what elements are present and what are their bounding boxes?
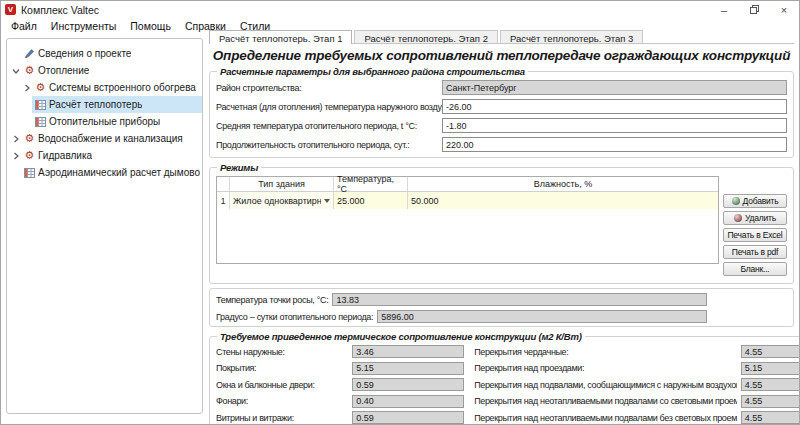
tab-stage-1[interactable]: Расчёт теплопотерь. Этап 1 (209, 30, 352, 44)
over-unheated-basements-unlit-field: 4.55 (741, 411, 800, 424)
add-icon (732, 197, 740, 205)
sidebar-item-label: Отопление (38, 65, 89, 76)
close-button[interactable]: × (769, 1, 799, 18)
valtec-logo-icon: V (5, 4, 16, 15)
results-box: Температура точки росы, °C: 13.83 Градус… (209, 288, 794, 327)
dew-point-field: 13.83 (332, 293, 707, 306)
tab-pane-stage-1: Определение требуемых сопротивлений тепл… (209, 43, 794, 425)
over-passages-field: 5.15 (741, 362, 800, 375)
shopwindows-field: 0.59 (352, 411, 464, 424)
modes-groupbox: Режимы Тип здания Температура, °C Влажно… (209, 162, 794, 284)
building-type-combo[interactable]: Жилое одноквартирное (230, 192, 334, 209)
table-icon (34, 100, 47, 110)
tab-stage-2[interactable]: Расчёт теплопотерь. Этап 2 (354, 30, 497, 44)
blank-button[interactable]: Бланк... (723, 262, 787, 276)
sidebar-item-label: Гидравлика (38, 150, 92, 161)
chevron-right-icon[interactable] (11, 135, 21, 143)
period-duration-label: Продолжительность отопительного периода,… (216, 140, 442, 150)
avg-period-temp-field[interactable]: -1.80 (442, 118, 787, 133)
gear-icon: ⚙ (34, 82, 47, 93)
app-window: V Комплекс Valtec – × Файл Инструменты П… (0, 0, 800, 425)
attic-floors-field: 4.55 (741, 345, 800, 358)
chevron-down-icon[interactable] (11, 67, 21, 75)
humidity-cell[interactable]: 50.000 (408, 192, 718, 209)
table-icon (23, 168, 36, 178)
menu-help[interactable]: Помощь (123, 20, 178, 32)
pen-icon (23, 48, 36, 59)
col-humidity: Влажность, % (408, 177, 718, 191)
params-section-title: Расчетные параметры для выбранного район… (217, 66, 528, 77)
modes-table: Тип здания Температура, °C Влажность, % … (216, 176, 719, 264)
print-pdf-button[interactable]: Печать в pdf (723, 245, 787, 259)
table-row: 1 Жилое одноквартирное 25.000 50.000 (217, 192, 718, 209)
menu-tools[interactable]: Инструменты (44, 20, 123, 32)
project-tree: Сведения о проекте ⚙ Отопление ⚙ Сис (6, 38, 203, 414)
resistance-section-title: Требуемое приведенное термическое сопрот… (217, 331, 585, 342)
modes-table-header: Тип здания Температура, °C Влажность, % (217, 177, 718, 192)
sidebar-item-project-info[interactable]: Сведения о проекте (7, 45, 202, 62)
over-passages-label: Перекрытия над проездами: (474, 363, 737, 373)
restore-button[interactable] (739, 1, 769, 18)
tab-bar: Расчёт теплопотерь. Этап 1 Расчёт теплоп… (209, 30, 794, 44)
restore-icon (750, 5, 759, 14)
window-title: Комплекс Valtec (21, 4, 99, 16)
chevron-right-icon[interactable] (11, 152, 21, 160)
outer-walls-field: 3.46 (352, 345, 464, 358)
col-temperature: Температура, °C (334, 177, 408, 191)
print-excel-button[interactable]: Печать в Excel (723, 228, 787, 242)
sidebar-item-label: Расчёт теплопотерь (49, 99, 142, 110)
shopwindows-label: Витрины и витражи: (216, 413, 348, 423)
resistance-groupbox: Требуемое приведенное термическое сопрот… (209, 331, 800, 425)
over-vented-basements-label: Перекрытия над подвалами, сообщающимися … (474, 380, 737, 390)
construction-region-field: Санкт-Петербург (442, 80, 787, 95)
sidebar-item-hydraulics[interactable]: ⚙ Гидравлика (7, 147, 202, 164)
attic-floors-label: Перекрытия чердачные: (474, 347, 737, 357)
sidebar-item-heating-devices[interactable]: Отопительные приборы (7, 113, 202, 130)
chevron-right-icon[interactable] (22, 84, 32, 92)
gear-icon: ⚙ (23, 150, 36, 161)
table-icon (34, 117, 47, 127)
delete-icon (734, 214, 742, 222)
construction-region-label: Район строительства: (216, 83, 442, 93)
sidebar-item-heat-loss-calc[interactable]: Расчёт теплопотерь (7, 96, 202, 113)
skylights-label: Фонари: (216, 396, 348, 406)
sidebar-item-label: Аэродинамический расчет дымовой трубы (38, 167, 200, 178)
sidebar-item-water-supply[interactable]: ⚙ Водоснабжение и канализация (7, 130, 202, 147)
dew-point-label: Температура точки росы, °C: (216, 295, 328, 305)
modes-section-title: Режимы (217, 162, 261, 173)
combo-arrow-icon (324, 199, 330, 203)
tab-stage-3[interactable]: Расчёт теплопотерь. Этап 3 (500, 30, 643, 44)
over-unheated-basements-lit-field: 4.55 (741, 395, 800, 408)
params-groupbox: Расчетные параметры для выбранного район… (209, 66, 794, 158)
delete-button[interactable]: Удалить (723, 211, 787, 225)
row-number: 1 (217, 192, 230, 209)
menu-file[interactable]: Файл (4, 20, 44, 32)
over-unheated-basements-lit-label: Перекрытия над неотапливаемыми подвалами… (474, 396, 737, 406)
col-building-type: Тип здания (230, 177, 334, 191)
over-unheated-basements-unlit-label: Перекрытия над неотапливаемыми подвалами… (474, 413, 737, 423)
coverings-label: Покрытия: (216, 363, 348, 373)
outdoor-temp-field[interactable]: -26.00 (442, 99, 787, 114)
temperature-cell[interactable]: 25.000 (334, 192, 408, 209)
over-vented-basements-field: 4.55 (741, 378, 800, 391)
windows-balcony-doors-field: 0.59 (352, 378, 464, 391)
outer-walls-label: Стены наружные: (216, 347, 348, 357)
sidebar-item-label: Сведения о проекте (38, 48, 131, 59)
add-button[interactable]: Добавить (723, 194, 787, 208)
gear-icon: ⚙ (23, 133, 36, 144)
outdoor-temp-label: Расчетная (для отопления) температура на… (216, 102, 442, 112)
page-title: Определение требуемых сопротивлений тепл… (209, 48, 794, 63)
avg-period-temp-label: Средняя температура отопительного период… (216, 121, 442, 131)
period-duration-field[interactable]: 220.00 (442, 137, 787, 152)
windows-balcony-doors-label: Окна и балконные двери: (216, 380, 348, 390)
minimize-button[interactable]: – (709, 1, 739, 18)
skylights-field: 0.40 (352, 395, 464, 408)
sidebar-item-label: Водоснабжение и канализация (38, 133, 183, 144)
building-type-value: Жилое одноквартирное (233, 196, 321, 206)
sidebar-item-builtin-heating-systems[interactable]: ⚙ Системы встроенного обогрева (7, 79, 202, 96)
degree-days-label: Градусо – сутки отопительного периода: (216, 312, 373, 322)
sidebar-item-heating[interactable]: ⚙ Отопление (7, 62, 202, 79)
sidebar-item-aerodynamic-calc[interactable]: Аэродинамический расчет дымовой трубы (7, 164, 202, 181)
sidebar-item-label: Системы встроенного обогрева (49, 82, 196, 93)
coverings-field: 5.15 (352, 362, 464, 375)
